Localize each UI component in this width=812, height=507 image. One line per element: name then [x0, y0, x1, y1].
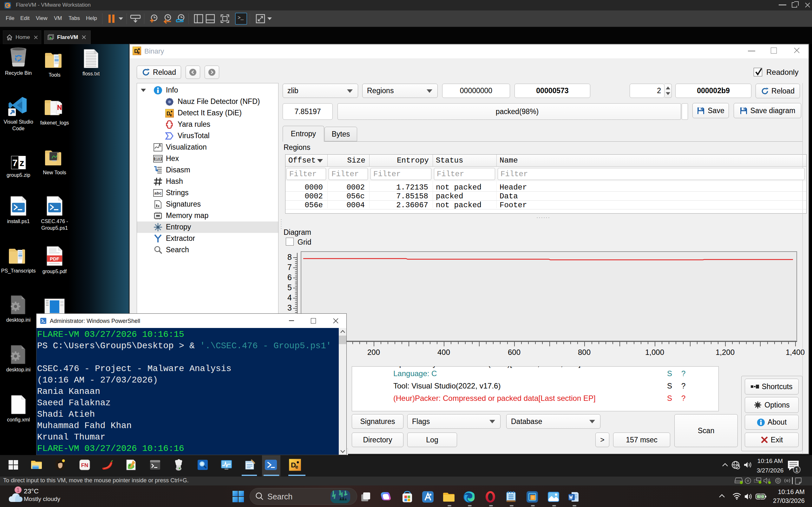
svg-text:PDF: PDF	[50, 256, 59, 262]
svg-text:z: z	[20, 158, 24, 168]
svg-text:FN: FN	[81, 462, 89, 468]
svg-text:e: e	[295, 464, 298, 469]
svg-text:e: e	[170, 113, 172, 117]
svg-text:1: 1	[17, 487, 20, 493]
svg-text:e: e	[137, 50, 140, 55]
svg-text:0101: 0101	[154, 157, 162, 161]
svg-text:7: 7	[12, 158, 18, 168]
svg-text:1: 1	[795, 467, 798, 473]
svg-text:abc: abc	[154, 191, 162, 196]
